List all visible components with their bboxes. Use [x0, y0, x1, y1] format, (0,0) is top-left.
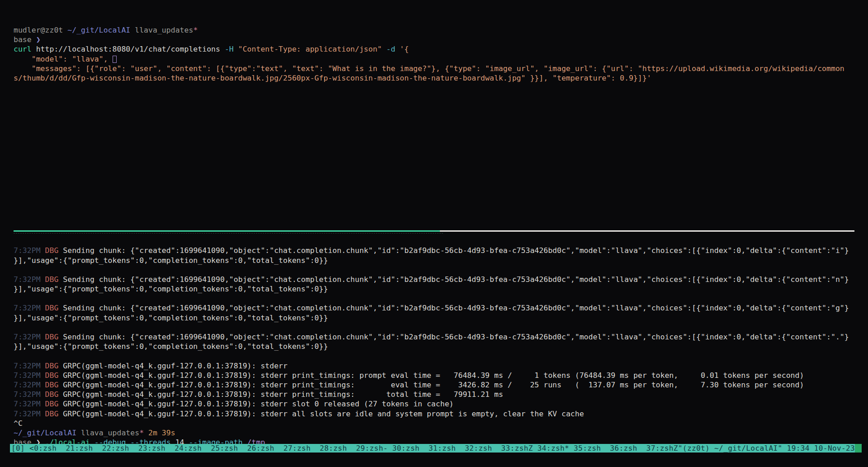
terminal-text: llava_updates [81, 429, 139, 437]
terminal-text: "model": "llava", [14, 55, 113, 63]
pane-divider [14, 227, 868, 236]
grpc-eval-line: 7:32PM DBG GRPC(ggml-model-q4_k.gguf-127… [14, 380, 868, 390]
terminal-blank-line [14, 323, 868, 332]
terminal-text: ❯ [36, 35, 41, 44]
terminal-text: 7:32PM [14, 381, 45, 389]
terminal-blank-line [14, 208, 868, 217]
terminal-blank-line [14, 236, 868, 246]
curl-body-messages-line: "messages": [{"role": "user", "content":… [14, 64, 868, 73]
terminal-text: GRPC(ggml-model-q4_k.gguf-127.0.0.1:3781… [63, 371, 804, 380]
terminal-text: DBG [45, 410, 63, 418]
terminal-text: llava_updates [135, 26, 193, 34]
grpc-total-time-line: 7:32PM DBG GRPC(ggml-model-q4_k.gguf-127… [14, 390, 868, 399]
terminal-text: GRPC(ggml-model-q4_k.gguf-127.0.0.1:3781… [63, 381, 804, 389]
terminal-text: 7:32PM [14, 362, 45, 370]
terminal-text: }],"usage":{"prompt_tokens":0,"completio… [14, 314, 328, 322]
terminal-text: }],"usage":{"prompt_tokens":0,"completio… [14, 342, 328, 351]
terminal-blank-line [14, 112, 868, 121]
terminal-text: Sending chunk: {"created":1699641090,"ob… [63, 333, 849, 341]
terminal-text: mudler@zz0t [14, 26, 67, 34]
grpc-stderr-line: 7:32PM DBG GRPC(ggml-model-q4_k.gguf-127… [14, 361, 868, 371]
terminal-text: DBG [45, 371, 63, 380]
terminal-blank-line [14, 150, 868, 159]
terminal-cursor [113, 56, 117, 63]
terminal-text: DBG [45, 333, 63, 341]
divider-right-segment [440, 230, 854, 232]
terminal-text: "Content-Type: application/json" [238, 45, 387, 53]
terminal-text: DBG [45, 390, 63, 399]
tmux-status-bar: [0] <0:zsh 21:zsh 22:zsh 23:zsh 24:zsh 2… [10, 444, 862, 453]
terminal-output: mudler@zz0t ~/_git/LocalAI llava_updates… [14, 25, 868, 447]
grpc-slots-idle-line: 7:32PM DBG GRPC(ggml-model-q4_k.gguf-127… [14, 409, 868, 419]
terminal-text: DBG [45, 381, 63, 389]
prompt-line-base: base ❯ [14, 35, 868, 44]
divider-dashed-shadow [14, 233, 443, 234]
debug-chunk-usage-2: }],"usage":{"prompt_tokens":0,"completio… [14, 284, 868, 294]
debug-chunk-usage-3: }],"usage":{"prompt_tokens":0,"completio… [14, 313, 868, 323]
terminal-text: GRPC(ggml-model-q4_k.gguf-127.0.0.1:3781… [63, 362, 288, 370]
terminal-text: DBG [45, 246, 63, 255]
terminal-blank-line [14, 265, 868, 275]
terminal-text: 7:32PM [14, 333, 45, 341]
terminal-blank-line [14, 121, 868, 131]
debug-chunk-line-4: 7:32PM DBG Sending chunk: {"created":169… [14, 332, 868, 342]
terminal-text: DBG [45, 275, 63, 284]
divider-left-segment [14, 230, 440, 232]
terminal-text: '{ [400, 45, 409, 53]
terminal-text: * [193, 26, 198, 34]
terminal-text: 7:32PM [14, 400, 45, 408]
terminal-blank-line [14, 188, 868, 198]
terminal-text: DBG [45, 400, 63, 408]
terminal-text: ^C [14, 419, 23, 428]
terminal-blank-line [14, 179, 868, 188]
terminal-text: GRPC(ggml-model-q4_k.gguf-127.0.0.1:3781… [63, 410, 584, 418]
terminal-text: }],"usage":{"prompt_tokens":0,"completio… [14, 285, 328, 293]
prompt-line-bottom: ~/_git/LocalAI llava_updates* 2m 39s [14, 428, 868, 438]
terminal-text: 7:32PM [14, 304, 45, 312]
terminal-text: GRPC(ggml-model-q4_k.gguf-127.0.0.1:3781… [63, 390, 503, 399]
terminal-text: 7:32PM [14, 275, 45, 284]
tmux-status-right-block [855, 444, 862, 453]
terminal-text: }],"usage":{"prompt_tokens":0,"completio… [14, 256, 328, 265]
prompt-line-top: mudler@zz0t ~/_git/LocalAI llava_updates… [14, 25, 868, 35]
terminal-blank-line [14, 294, 868, 303]
terminal-text: 7:32PM [14, 371, 45, 380]
debug-chunk-line-2: 7:32PM DBG Sending chunk: {"created":169… [14, 275, 868, 284]
terminal-text: Sending chunk: {"created":1699641090,"ob… [63, 275, 849, 284]
grpc-slot-released-line: 7:32PM DBG GRPC(ggml-model-q4_k.gguf-127… [14, 399, 868, 409]
terminal-text: "messages": [{"role": "user", "content":… [14, 64, 844, 73]
curl-body-model-line: "model": "llava", [14, 54, 868, 64]
curl-body-url-wrap-line: s/thumb/d/dd/Gfp-wisconsin-madison-the-n… [14, 73, 868, 83]
terminal-blank-line [14, 169, 868, 179]
terminal-text: base [14, 35, 36, 44]
grpc-prompt-eval-line: 7:32PM DBG GRPC(ggml-model-q4_k.gguf-127… [14, 371, 868, 380]
sigint-line: ^C [14, 419, 868, 428]
terminal-text: http://localhost:8080/v1/chat/completion… [36, 45, 225, 53]
terminal-blank-line [14, 140, 868, 150]
terminal-blank-line [14, 198, 868, 207]
terminal-blank-line [14, 160, 868, 169]
terminal-blank-line [14, 131, 868, 140]
terminal-text: ~/_git/LocalAI [14, 429, 81, 437]
tmux-window-list: [0] <0:zsh 21:zsh 22:zsh 23:zsh 24:zsh 2… [11, 444, 855, 453]
terminal-text: 2m 39s [144, 429, 175, 437]
terminal-text: -H [225, 45, 238, 53]
terminal-blank-line [14, 92, 868, 102]
terminal-text: s/thumb/d/dd/Gfp-wisconsin-madison-the-n… [14, 74, 651, 82]
terminal-text: 7:32PM [14, 390, 45, 399]
terminal-text: DBG [45, 362, 63, 370]
terminal-text: 7:32PM [14, 246, 45, 255]
terminal-blank-line [14, 217, 868, 227]
terminal-text: 7:32PM [14, 410, 45, 418]
terminal-window[interactable]: mudler@zz0t ~/_git/LocalAI llava_updates… [0, 0, 868, 467]
terminal-text: Sending chunk: {"created":1699641090,"ob… [63, 304, 849, 312]
terminal-text: -d [387, 45, 400, 53]
terminal-text: ~/_git/LocalAI [67, 26, 135, 34]
debug-chunk-usage-1: }],"usage":{"prompt_tokens":0,"completio… [14, 256, 868, 265]
terminal-text: curl [14, 45, 36, 53]
debug-chunk-line-1: 7:32PM DBG Sending chunk: {"created":169… [14, 246, 868, 255]
terminal-blank-line [14, 351, 868, 361]
terminal-text: DBG [45, 304, 63, 312]
curl-command-line: curl http://localhost:8080/v1/chat/compl… [14, 44, 868, 54]
terminal-blank-line [14, 102, 868, 112]
